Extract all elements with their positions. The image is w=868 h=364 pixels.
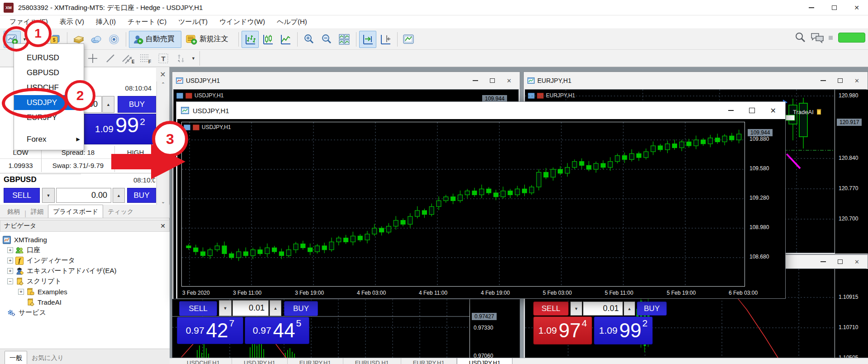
navigator-close-button[interactable]: ✕: [160, 222, 166, 230]
tile-windows-button[interactable]: [336, 31, 353, 48]
tab-common[interactable]: 一般: [5, 351, 27, 364]
nav-item-xmtrading[interactable]: XMTrading: [3, 235, 170, 245]
nav-item-examples[interactable]: + Examples: [3, 287, 170, 297]
auto-trading-button[interactable]: 自動売買: [129, 31, 181, 48]
chart-shift-button[interactable]: [377, 31, 394, 48]
sell-button[interactable]: SELL: [179, 301, 217, 316]
scroll-up-icon[interactable]: ⌃: [161, 81, 165, 87]
volume-up-button[interactable]: ▲: [102, 96, 114, 113]
volume-down-button[interactable]: ▼: [219, 300, 232, 316]
signals-button[interactable]: [105, 31, 123, 48]
menu-insert[interactable]: 挿入(I): [90, 16, 122, 28]
volume-down-button[interactable]: ▼: [42, 188, 55, 203]
window-titlebar[interactable]: USDJPY,H1 ✕: [172, 72, 520, 89]
nav-item-experts[interactable]: + エキスパートアドバイザ(EA): [3, 266, 170, 276]
window-titlebar[interactable]: USDJPY,H1 ✕: [176, 102, 785, 119]
close-icon[interactable]: ✕: [854, 259, 859, 265]
volume-down-button[interactable]: ▼: [570, 302, 582, 316]
tab-usdjpy-active[interactable]: USDJPY,H1: [457, 358, 513, 364]
close-button[interactable]: ✕: [845, 0, 868, 15]
sell-price-display[interactable]: 1.09974: [533, 316, 592, 345]
tab-ticks[interactable]: ティック: [103, 206, 138, 218]
tab-usdchf-h1[interactable]: USDCHF,H1: [175, 358, 232, 364]
zoom-in-button[interactable]: [300, 31, 318, 48]
menu-item-eurusd[interactable]: EURUSD: [14, 50, 85, 65]
expand-minus-icon[interactable]: −: [7, 278, 13, 284]
bars-chart-button[interactable]: [242, 31, 259, 48]
shapes-button[interactable]: [172, 51, 190, 66]
data-window-button[interactable]: [88, 31, 105, 48]
sell-button[interactable]: SELL: [4, 188, 40, 203]
sell-button[interactable]: SELL: [533, 302, 569, 316]
new-order-button[interactable]: 新規注文: [182, 31, 235, 48]
menu-view[interactable]: 表示 (V): [54, 16, 90, 28]
nav-item-tradeai[interactable]: TradeAI: [3, 297, 170, 307]
restore-button[interactable]: [823, 0, 845, 15]
nav-item-scripts[interactable]: − スクリプト: [3, 276, 170, 287]
close-icon[interactable]: ✕: [507, 77, 512, 84]
minimize-icon[interactable]: [821, 80, 826, 81]
buy-button[interactable]: BUY: [127, 188, 156, 203]
expand-plus-icon[interactable]: +: [7, 258, 13, 263]
candles-chart-button[interactable]: [259, 31, 276, 48]
fibonacci-button[interactable]: F: [137, 51, 154, 66]
tab-favorites[interactable]: お気に入り: [27, 352, 68, 364]
sell-price-display[interactable]: 0.97427: [177, 317, 243, 344]
tab-priceboard[interactable]: プライスボード: [48, 205, 103, 218]
text-button[interactable]: T: [155, 51, 172, 66]
close-icon[interactable]: ✕: [854, 77, 859, 84]
buy-button[interactable]: BUY: [118, 96, 156, 113]
nav-item-accounts[interactable]: + 口座: [3, 245, 170, 255]
line-chart-button[interactable]: [277, 31, 294, 48]
close-icon[interactable]: ✕: [770, 106, 776, 115]
maximize-icon[interactable]: [490, 78, 495, 83]
buy-button[interactable]: BUY: [284, 301, 318, 316]
chat-icon[interactable]: [811, 32, 824, 43]
menu-item-forex[interactable]: Forex ▶: [14, 132, 85, 147]
volume-up-button[interactable]: ▲: [113, 188, 125, 203]
volume-input[interactable]: 0.01: [232, 300, 269, 316]
equidistant-channel-button[interactable]: E: [119, 51, 137, 66]
expand-plus-icon[interactable]: +: [7, 268, 13, 274]
nav-item-indicators[interactable]: + f インディケータ: [3, 255, 170, 266]
tab-usdjpy-h1[interactable]: USDJPY,H1: [232, 358, 288, 364]
indicators-button[interactable]: [400, 31, 417, 48]
minimize-button[interactable]: [800, 0, 823, 15]
buy-button[interactable]: BUY: [637, 302, 667, 316]
auto-scroll-button[interactable]: [359, 31, 376, 48]
expand-plus-icon[interactable]: +: [18, 289, 24, 295]
tab-details[interactable]: 詳細: [26, 206, 48, 218]
volume-input[interactable]: 0.01: [583, 302, 623, 316]
menu-help[interactable]: ヘルプ(H): [271, 16, 313, 28]
buy-price-display[interactable]: 0.97445: [245, 317, 309, 344]
window-titlebar[interactable]: EURJPY,H1 ✕: [524, 72, 868, 89]
search-icon[interactable]: [794, 32, 806, 43]
tab-symbols[interactable]: 銘柄: [3, 206, 24, 218]
menu-item-gbpusd[interactable]: GBPUSD: [14, 65, 85, 80]
zoom-out-button[interactable]: [318, 31, 335, 48]
menu-window[interactable]: ウインドウ(W): [213, 16, 271, 28]
shapes-caret-icon[interactable]: ▼: [190, 56, 197, 61]
market-watch-close-button[interactable]: ✕: [157, 68, 169, 81]
tab-eurjpy-h1[interactable]: EURJPY,H1: [288, 358, 343, 364]
volume-input[interactable]: 0.00: [56, 188, 111, 203]
maximize-icon[interactable]: [838, 259, 843, 264]
maximize-icon[interactable]: [749, 108, 755, 113]
scroll-down-icon[interactable]: ⌄: [161, 199, 165, 205]
minimize-icon[interactable]: [728, 110, 734, 111]
tab-eurjpy2-h1[interactable]: EURJPY,H1: [401, 358, 457, 364]
crosshair-button[interactable]: [84, 51, 101, 66]
maximize-icon[interactable]: [838, 78, 843, 83]
buy-price-display[interactable]: 1.09992: [594, 316, 653, 345]
menu-chart[interactable]: チャート (C): [122, 16, 172, 28]
buy-price-display[interactable]: 1.09992: [84, 114, 156, 144]
tab-eurusd-h1[interactable]: EURUSD,H1: [343, 358, 401, 364]
trendline-button[interactable]: [102, 51, 119, 66]
volume-up-button[interactable]: ▲: [624, 302, 635, 316]
minimize-icon[interactable]: [821, 261, 826, 262]
nav-item-services[interactable]: サービス: [3, 307, 170, 318]
expand-plus-icon[interactable]: +: [7, 247, 13, 253]
minimize-icon[interactable]: [473, 80, 478, 81]
volume-up-button[interactable]: ▲: [270, 300, 281, 316]
menu-tools[interactable]: ツール(T): [172, 16, 213, 28]
